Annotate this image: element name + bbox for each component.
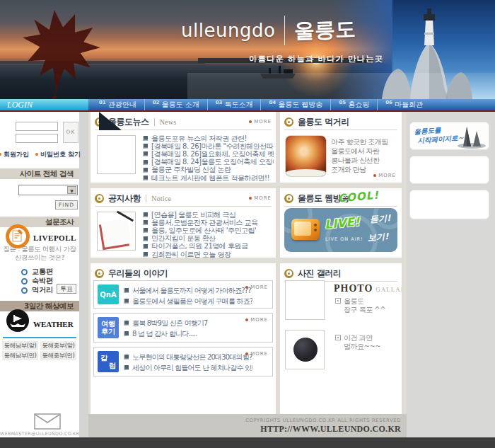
login-ok-button[interactable]: OK <box>63 122 78 143</box>
bullet-icon <box>124 299 129 304</box>
nav-item-dokdo-intro[interactable]: 03독도소개 <box>207 99 261 110</box>
qna-item-link[interactable]: 울릉도에서 생필품은 어떻게 구매를 하죠? <box>132 297 252 306</box>
qna-item-link[interactable]: 서울에서 울릉도까지 어떻게 가야하죠??? <box>132 286 251 296</box>
notice-thumbnail[interactable] <box>97 212 136 251</box>
list-item: 민간지킴이 운동 확산 <box>143 235 274 243</box>
food-thumbnail[interactable] <box>285 135 327 177</box>
radio-icon[interactable] <box>21 287 28 294</box>
bullet-icon <box>143 144 148 149</box>
search-category-select[interactable] <box>18 185 78 195</box>
section-divider <box>284 130 397 130</box>
stories-section: 우리들의 이야기 QnA MORE 서울에서 울릉도까지 어떻게 가야하죠???… <box>91 263 276 414</box>
food-title: 울릉도 먹거리 <box>298 116 349 128</box>
notice-more-button[interactable]: MORE <box>249 195 272 201</box>
listen-label: 듣기! <box>369 212 391 226</box>
live-webcast-banner[interactable]: LIVE! 듣기! 보기! LIVE ON AIR! <box>284 208 397 252</box>
poll-question: 질문 : 울릉도 여행시 가장 신경쓰이는 것은? <box>0 245 79 262</box>
find-password-link[interactable]: 비밀번호 찾기 <box>35 150 81 159</box>
bullet-icon <box>124 321 129 326</box>
search-find-button[interactable]: FIND <box>55 200 78 209</box>
poll-vote-button[interactable]: 투표 <box>57 284 76 294</box>
nav-item-tour-info[interactable]: 01관광안내 <box>91 99 144 110</box>
list-item: [경북매일 8. 26]월요화제, 오징어축제 펫.. <box>143 150 274 158</box>
poll-option-transport[interactable]: 교통편 <box>21 267 53 277</box>
news-item-link[interactable]: 테크노트 게시판에 웹폰트 적용하려면!! <box>151 174 269 182</box>
start-page-banner[interactable]: 울릉도를 시작페이지로~ <box>409 122 489 150</box>
poll-option-food[interactable]: 먹거리 <box>21 285 53 295</box>
news-item-link[interactable]: [경북매일 8. 26]마라톤 "수려한해안선따라.. <box>151 142 274 150</box>
mail-icon[interactable] <box>34 413 61 432</box>
poll-option-lodging[interactable]: 숙박편 <box>21 276 53 286</box>
forecast-link-east-south-near[interactable]: 동해남부(앞) <box>2 341 38 350</box>
weather-brand: WEATHER <box>33 320 74 328</box>
webmaster-email-link[interactable]: WEBMASTER@ULLEUNDO.CO.KR <box>0 431 79 436</box>
photo-caption-icon <box>335 335 341 340</box>
list-item: 세상이 아무리 힘들어도 난 헤쳐나갈수 있다.. <box>124 362 252 373</box>
orange-dot-icon <box>35 153 38 156</box>
nav-item-ulleungdo-intro[interactable]: 02울릉도 소개 <box>144 99 207 110</box>
gallery-caption[interactable]: 이건 과연멀까요~~~ <box>335 334 380 351</box>
nav-item-town-hall[interactable]: 06마을회관 <box>377 99 431 110</box>
nav-item-webcast[interactable]: 04울릉도 웹방송 <box>260 99 330 110</box>
list-item: 울릉, 일주도로에 산사태 '주민고립' <box>143 226 274 234</box>
food-section: 울릉도 먹거리 아주 향긋한 조개찜 울릉도에서 자란 콩나물과 신선한 조개와… <box>280 112 402 183</box>
radio-icon[interactable] <box>21 278 28 285</box>
watch-label: 보기! <box>367 231 389 244</box>
login-password-field[interactable] <box>16 134 58 143</box>
notice-subtitle: Notice <box>146 195 171 202</box>
news-item-link[interactable]: 울릉군 주차빌딩 신설 논란 <box>151 166 231 174</box>
login-id-field[interactable] <box>16 122 58 131</box>
review-item-link[interactable]: 롬복 8박9일 신혼 여행기7 <box>132 318 208 328</box>
news-item-link[interactable]: [경북매일 8. 26]월요화제, 오징어축제 펫.. <box>151 150 274 158</box>
review-item-link[interactable]: 8 넘 넘 감사 합니다..... <box>132 329 197 339</box>
news-more-button[interactable]: MORE <box>249 119 272 125</box>
webcast-section: 울릉도 웹방송 COOL! LIVE! 듣기! 보기! LIVE ON AIR! <box>280 188 402 258</box>
photo-gallery-heading: PHOTO GALLARY <box>334 283 402 294</box>
photo-caption-icon <box>335 298 341 304</box>
bullet-icon <box>124 365 129 370</box>
forecast-link-east-mid-far[interactable]: 동해중부(먼) <box>40 351 76 360</box>
list-item: 8 넘 넘 감사 합니다..... <box>124 328 252 339</box>
bullet-icon <box>143 236 148 241</box>
header-photo <box>0 0 495 99</box>
list-item: 울릉서,모범운전자 관광서비스 교육 <box>143 219 274 226</box>
list-item: 롬복 8박9일 신혼 여행기7 <box>124 318 252 328</box>
forecast-link-east-mid-near[interactable]: 동해중부(앞) <box>40 341 76 350</box>
list-item: 울릉도포유 뉴스의 저작권 관련! <box>143 134 274 142</box>
gallery-thumbnail-beetle[interactable] <box>285 330 325 369</box>
food-more-button[interactable]: MORE <box>373 173 396 178</box>
column-board: 칼럼 MORE 노무현이의 대통령당선은 20대30대의힘? 세상이 아무리 힘… <box>93 347 273 377</box>
column-item-link[interactable]: 노무현이의 대통령당선은 20대30대의힘? <box>132 352 252 362</box>
news-thumbnail[interactable] <box>97 135 136 174</box>
site-title: ulleungdo 울릉도 <box>181 16 356 45</box>
list-item: 테크노트 게시판에 웹폰트 적용하려면!! <box>143 174 274 182</box>
site-title-en: ulleungdo <box>181 20 275 41</box>
gallery-caption[interactable]: 울릉도장구 폭포 ^^ <box>335 297 385 314</box>
member-links: 회원가입 비밀번호 찾기 <box>0 150 79 159</box>
notice-item-link[interactable]: 민간지킴이 운동 확산 <box>151 235 216 243</box>
bullet-icon <box>143 212 148 217</box>
notice-list: [연습용] 울릉도 비피해 극심 울릉서,모범운전자 관광서비스 교육 울릉, … <box>143 211 274 258</box>
signup-link[interactable]: 회원가입 <box>0 150 29 159</box>
notice-item-link[interactable]: 울릉, 일주도로에 산사태 '주민고립' <box>151 226 256 234</box>
notice-item-link[interactable]: [연습용] 울릉도 비피해 극심 <box>151 211 235 219</box>
radio-icon[interactable] <box>21 269 28 275</box>
news-section: 울릉도뉴스 News MORE 울릉도포유 뉴스의 저작권 관련! [경북매일 … <box>91 112 276 183</box>
dropdown-arrow-icon[interactable] <box>67 186 76 194</box>
site-url: HTTP://WWW.ULLEUNDO.CO.KR <box>260 424 401 435</box>
rail-placeholder-box <box>409 156 489 184</box>
news-item-link[interactable]: [경북매일 8. 24]울릉도 오징어축제 오징어.. <box>151 159 274 166</box>
nav-item-homeshopping[interactable]: 05홈쇼핑 <box>330 99 377 110</box>
section-divider <box>284 206 397 207</box>
forecast-link-east-south-far[interactable]: 동해남부(먼) <box>2 351 38 360</box>
list-item: 타이거폴스, 의원 21명에 후원금 <box>143 243 274 251</box>
bullet-icon <box>143 176 148 180</box>
news-item-link[interactable]: 울릉도포유 뉴스의 저작권 관련! <box>151 134 247 142</box>
tv-icon <box>291 219 320 240</box>
column-item-link[interactable]: 세상이 아무리 힘들어도 난 헤쳐나갈수 있다.. <box>132 363 252 373</box>
gallery-thumbnail-waterfall[interactable] <box>285 280 325 320</box>
notice-item-link[interactable]: 울릉서,모범운전자 관광서비스 교육 <box>151 219 258 226</box>
notice-item-link[interactable]: 김희완씨 이르면 오늘 영장 <box>151 251 231 258</box>
notice-item-link[interactable]: 타이거폴스, 의원 21명에 후원금 <box>151 243 248 251</box>
rock-pillars-icon <box>456 122 487 149</box>
